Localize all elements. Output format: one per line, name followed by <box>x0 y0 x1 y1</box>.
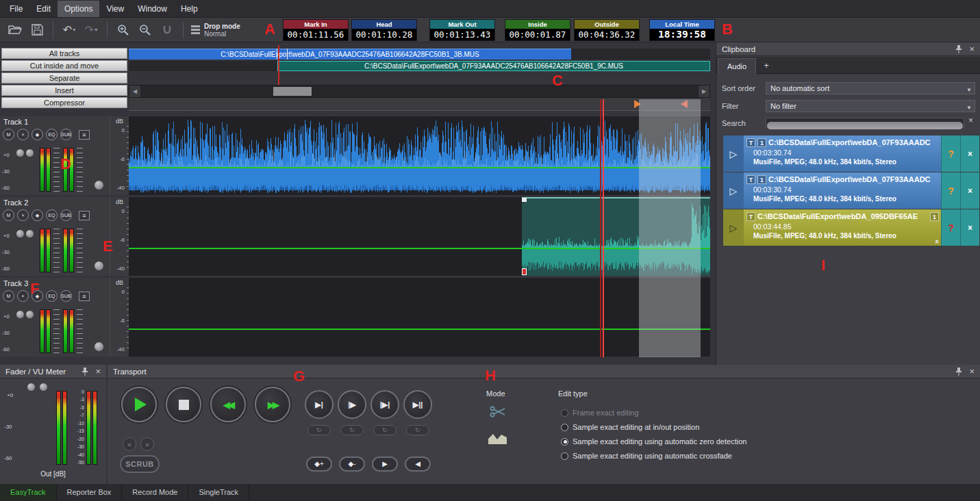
gain-knob[interactable] <box>16 149 24 157</box>
cut-button[interactable]: × <box>17 209 29 221</box>
play-to-mark-button[interactable]: ▶| <box>305 390 334 419</box>
overview-file-top[interactable]: C:\BCSData\FullExport\webDA_07F93AAADC25… <box>129 49 571 60</box>
add-marker-button[interactable]: ◆+ <box>306 457 332 472</box>
timecode-mark-in[interactable]: Mark In 00:01:11.56 <box>283 19 349 41</box>
tool-all-tracks[interactable]: All tracks <box>1 48 127 59</box>
rewind-button[interactable]: ◀◀ <box>210 387 246 422</box>
track-menu-button[interactable]: ≡ <box>79 211 90 220</box>
time-selection-region[interactable] <box>639 99 701 357</box>
sort-order-select[interactable]: No automatic sort ▼ <box>766 82 975 94</box>
tool-separate[interactable]: Separate <box>1 73 127 84</box>
clipboard-item[interactable]: ▷ T C:\BCSData\FullExport\webDA_095DBF65… <box>723 209 979 246</box>
item-body[interactable]: T 1 C:\BCSData\FullExport\webDA_07F93AAA… <box>744 172 941 209</box>
item-play-button[interactable]: ▷ <box>723 172 744 209</box>
next-marker-button[interactable]: ▶ <box>372 457 398 472</box>
cut-button[interactable]: × <box>17 290 29 302</box>
timecode-head[interactable]: Head 00:01:10.28 <box>351 19 417 41</box>
envelope-mode-button[interactable] <box>488 432 507 447</box>
scrollbar-thumb[interactable] <box>273 87 312 96</box>
item-remove-button[interactable]: × <box>960 172 979 209</box>
gain-knob[interactable] <box>16 230 24 237</box>
snap-button[interactable] <box>158 21 177 40</box>
eq-button[interactable]: EQ <box>46 209 58 221</box>
mute-button[interactable]: M <box>3 129 14 140</box>
remove-marker-button[interactable]: ◆- <box>339 457 365 472</box>
mute-button[interactable]: M <box>3 209 14 221</box>
pan-knob[interactable] <box>26 149 34 157</box>
tab-reporter-box[interactable]: Reporter Box <box>57 484 123 501</box>
tool-insert[interactable]: Insert <box>1 85 127 96</box>
cut-button[interactable]: × <box>17 129 29 140</box>
add-tab-button[interactable]: + <box>759 58 774 74</box>
overview-row-top[interactable]: C:\BCSData\FullExport\webDA_07F93AAADC25… <box>129 49 710 60</box>
horizontal-scrollbar[interactable]: ◀ ▶ <box>129 85 710 98</box>
output-knob[interactable] <box>95 342 103 351</box>
collapse-chevron-icon[interactable]: « <box>933 240 941 244</box>
mute-button[interactable]: M <box>3 290 14 302</box>
drop-mode-control[interactable]: Drop mode Normal <box>191 23 240 38</box>
item-help-button[interactable]: ? <box>941 172 960 209</box>
clip-start-handle[interactable] <box>522 198 527 202</box>
play-around-mark-button[interactable]: ▶|| <box>403 390 432 419</box>
tab-audio[interactable]: Audio <box>718 58 756 74</box>
edit-option-inout-position[interactable]: Sample exact editing at in/out position <box>561 423 699 431</box>
edit-option-zero-detection[interactable]: Sample exact editing using automatic zer… <box>561 437 746 446</box>
close-icon[interactable]: × <box>969 44 975 53</box>
skip-forward-button[interactable]: » <box>140 437 154 451</box>
menu-view[interactable]: View <box>99 1 131 17</box>
item-remove-button[interactable]: × <box>960 136 979 172</box>
menu-window[interactable]: Window <box>131 1 174 17</box>
loop-button[interactable]: ↻ <box>307 425 331 435</box>
loop-button[interactable]: ↻ <box>406 425 429 435</box>
output-knob[interactable] <box>95 261 103 270</box>
track2-lane[interactable] <box>129 197 710 276</box>
pan-knob[interactable] <box>26 230 34 237</box>
track3-lane[interactable] <box>129 278 710 357</box>
tool-compressor[interactable]: Compressor <box>1 97 127 108</box>
loop-button[interactable]: ↻ <box>340 425 364 435</box>
pin-icon[interactable] <box>81 367 88 376</box>
menu-file[interactable]: File <box>3 1 29 17</box>
sub-button[interactable]: SUB <box>60 290 72 302</box>
eq-button[interactable]: EQ <box>46 129 58 140</box>
save-button[interactable] <box>27 21 47 40</box>
pan-knob[interactable] <box>26 311 34 318</box>
menu-help[interactable]: Help <box>174 1 205 17</box>
pan-button[interactable]: ◆ <box>32 129 43 140</box>
play-selection-button[interactable]: |▶| <box>370 390 399 419</box>
fast-forward-button[interactable]: ▶▶ <box>255 387 290 422</box>
edit-option-crossfade[interactable]: Sample exact editing using automatic cro… <box>561 452 732 460</box>
play-button[interactable] <box>121 387 157 422</box>
sub-button[interactable]: SUB <box>60 129 72 140</box>
sub-button[interactable]: SUB <box>60 209 72 221</box>
close-icon[interactable]: × <box>969 367 975 376</box>
pan-button[interactable]: ◆ <box>32 209 43 221</box>
item-body[interactable]: T C:\BCSData\FullExport\webDA_095DBF65AE… <box>744 209 941 246</box>
track-menu-button[interactable]: ≡ <box>79 130 90 140</box>
menu-edit[interactable]: Edit <box>29 1 58 17</box>
item-body[interactable]: T 1 C:\BCSData\FullExport\webDA_07F93AAA… <box>744 136 941 172</box>
gain-knob[interactable] <box>16 311 24 318</box>
clear-search-icon[interactable]: × <box>968 116 973 125</box>
timecode-outside[interactable]: Outside 00:04:36.32 <box>574 19 640 41</box>
tab-easytrack[interactable]: EasyTrack <box>0 484 57 501</box>
item-help-button[interactable]: ? <box>941 136 960 172</box>
redo-button[interactable]: ↷▾ <box>81 21 101 40</box>
close-icon[interactable]: × <box>95 367 101 376</box>
clipboard-item[interactable]: ▷ T 1 C:\BCSData\FullExport\webDA_07F93A… <box>723 136 979 172</box>
track1-lane[interactable] <box>129 116 710 195</box>
edit-option-frame-exact[interactable]: Frame exact editing <box>561 409 639 417</box>
open-button[interactable] <box>5 21 25 40</box>
play-from-mark-button[interactable]: |▶ <box>338 390 366 419</box>
search-input[interactable] <box>767 122 963 129</box>
pin-icon[interactable] <box>955 44 962 53</box>
prev-marker-button[interactable]: ◀ <box>405 457 431 472</box>
menu-options[interactable]: Options <box>58 1 99 17</box>
item-remove-button[interactable]: × <box>960 209 979 246</box>
playhead[interactable] <box>603 99 604 357</box>
scroll-right-arrow[interactable]: ▶ <box>699 86 709 97</box>
timecode-mark-out[interactable]: Mark Out 00:01:13.43 <box>429 19 495 41</box>
clip-fade-marker[interactable] <box>522 268 527 275</box>
stop-button[interactable] <box>166 387 201 422</box>
timeline-ruler[interactable] <box>129 98 710 111</box>
